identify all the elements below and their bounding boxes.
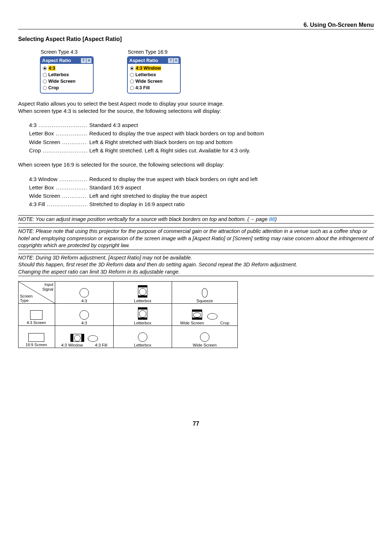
radio-option[interactable]: 4:3 [43, 65, 91, 71]
page-ref-link[interactable]: 88 [269, 216, 275, 222]
aspect-ratio-dialogs: Screen Type 4:3 Aspect Ratio ? ✕ 4:3 Let… [40, 49, 374, 94]
table-cell: 4:3 [55, 304, 113, 325]
note-1: NOTE: You can adjust image position vert… [18, 215, 374, 224]
dialog-caption-169: Screen Type 16:9 [127, 49, 189, 55]
intro-text: Aspect Ratio allows you to select the be… [18, 100, 374, 114]
help-icon[interactable]: ? [81, 58, 86, 63]
table-cell: Wide Screen [172, 326, 237, 348]
radio-option[interactable]: Wide Screen [43, 78, 91, 85]
row-header: 16:9 Screen [19, 326, 55, 348]
aspect-ratio-dialog-169: Aspect Ratio ? ✕ 4:3 Window Letterbox Wi… [127, 56, 181, 94]
page-subheader: Selecting Aspect Ratio [Aspect Ratio] [18, 36, 374, 42]
table-corner: Input Signal Screen Type [19, 282, 55, 303]
section-header: 6. Using On-Screen Menu [18, 22, 374, 29]
note-2: NOTE: Please note that using this projec… [18, 227, 374, 250]
table-cell: Letterbox [114, 304, 172, 325]
radio-option[interactable]: Crop [43, 85, 91, 91]
table-cell: Letterbox [114, 326, 172, 348]
help-icon[interactable]: ? [168, 58, 173, 63]
page-number: 77 [18, 421, 374, 427]
table-cell: Wide Screen Crop [172, 304, 237, 325]
note-3: NOTE: During 3D Reform adjustment, [Aspe… [18, 254, 374, 276]
radio-option[interactable]: 4:3 Window [130, 65, 178, 71]
aspect-ratio-dialog-43: Aspect Ratio ? ✕ 4:3 Letterbox Wide Scre… [40, 56, 94, 94]
radio-option[interactable]: Letterbox [130, 71, 178, 78]
mid-text: When screen type 16:9 is selected for th… [18, 161, 374, 168]
col-header: Letterbox [114, 282, 172, 303]
dialog-title-43: Aspect Ratio [42, 58, 71, 63]
row-header: 4:3 Screen [19, 304, 55, 325]
radio-option[interactable]: Letterbox [43, 71, 91, 78]
col-header: Squeeze [172, 282, 237, 303]
close-icon[interactable]: ✕ [86, 58, 91, 63]
dialog-title-169: Aspect Ratio [129, 58, 158, 63]
col-header: 4:3 [55, 282, 113, 303]
definitions-169: 4:3 WindowReduced to display the true as… [29, 175, 374, 209]
definitions-43: 4:3Standard 4:3 aspect Letter BoxReduced… [29, 121, 374, 155]
table-cell: 4:3 Window 4:3 Fill [55, 326, 113, 348]
close-icon[interactable]: ✕ [173, 58, 179, 63]
radio-option[interactable]: Wide Screen [130, 78, 178, 85]
dialog-caption-43: Screen Type 4:3 [40, 49, 102, 55]
radio-option[interactable]: 4:3 Fill [130, 85, 178, 91]
aspect-ratio-table: Input Signal Screen Type 4:3 Letterbox S… [18, 281, 238, 348]
